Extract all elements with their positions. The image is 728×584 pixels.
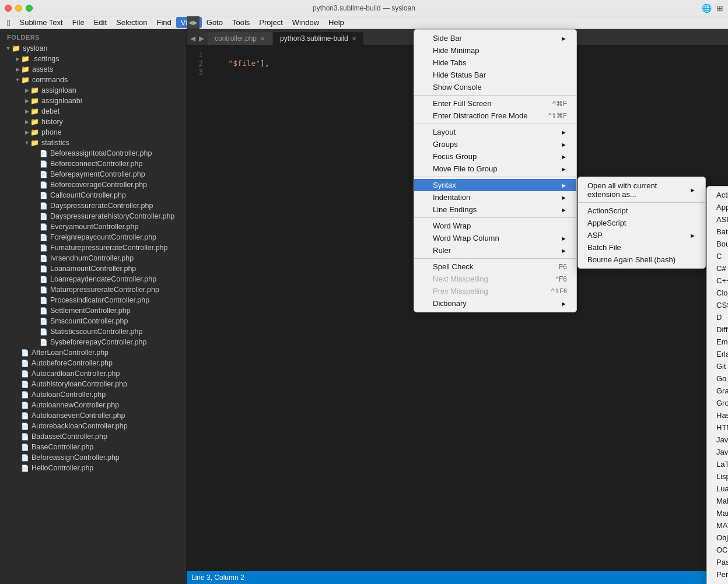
menu-edit[interactable]: Edit — [89, 17, 111, 28]
maximize-button[interactable] — [26, 5, 33, 12]
sidebar-item-history[interactable]: ▶ 📁 history — [0, 117, 186, 127]
lang-d[interactable]: D — [707, 311, 728, 323]
lang-bash[interactable]: Bourne Again Shell (bash) — [707, 238, 728, 250]
sidebar-item-assignloan[interactable]: ▶ 📁 assignloan — [0, 85, 186, 96]
lang-java[interactable]: Java ► — [707, 434, 728, 446]
sidebar-item-hellocontroller[interactable]: 📄HelloController.php — [0, 463, 186, 473]
menu-find[interactable]: Find — [152, 17, 176, 28]
lang-css[interactable]: CSS — [707, 299, 728, 311]
menu-item-ruler[interactable]: Ruler ► — [414, 244, 576, 256]
menu-item-spell-check[interactable]: Spell Check F6 — [414, 261, 576, 273]
lang-makefile[interactable]: Makefile — [707, 495, 728, 507]
menu-item-syntax[interactable]: Syntax ► Open all with current extension… — [414, 179, 576, 191]
menu-sublime-text[interactable]: Sublime Text — [15, 17, 67, 28]
syntax-open-all[interactable]: Open all with current extension as... ► — [578, 180, 705, 200]
menu-item-layout[interactable]: Layout ► — [414, 126, 576, 138]
lang-cpp[interactable]: C++ ► — [707, 275, 728, 287]
menu-item-indentation[interactable]: Indentation ► — [414, 191, 576, 203]
sidebar-item-beforeassigntotalcontroller[interactable]: 📄BeforeassigntotalController.php — [0, 148, 186, 159]
lang-csharp[interactable]: C# ► — [707, 262, 728, 275]
tab-close-icon[interactable]: ✕ — [352, 36, 356, 42]
sidebar-item-beforeconnectcontroller[interactable]: 📄BeforeconnectController.php — [0, 159, 186, 169]
sidebar-item-everyamountcontroller[interactable]: 📄EveryamountController.php — [0, 221, 186, 232]
sidebar-item-beforepaymentcontroller[interactable]: 📄BeforepaymentController.php — [0, 169, 186, 180]
sidebar-item-assignloanbi[interactable]: ▶ 📁 assignloanbi — [0, 96, 186, 106]
sidebar-item-settlementcontroller[interactable]: 📄SettlementController.php — [0, 305, 186, 316]
sidebar-item-autocardloancontroller[interactable]: 📄AutocardloanController.php — [0, 368, 186, 379]
sidebar-item-beforecoveragecontroller[interactable]: 📄BeforecoverageController.php — [0, 180, 186, 190]
tab-controller-php[interactable]: controller.php ✕ — [208, 32, 272, 45]
minimize-button[interactable] — [15, 5, 22, 12]
sidebar-item-debet[interactable]: ▶ 📁 debet — [0, 106, 186, 117]
sidebar-item-basecontroller[interactable]: 📄BaseController.php — [0, 442, 186, 452]
sidebar-item-badassetcontroller[interactable]: 📄BadassetController.php — [0, 431, 186, 442]
sidebar-item-commands[interactable]: ▼ 📁 commands — [0, 75, 186, 85]
sidebar-item-maturepressureratecontroller[interactable]: 📄MaturepressurerateController.php — [0, 284, 186, 295]
lang-lua[interactable]: Lua — [707, 483, 728, 495]
menu-item-full-screen[interactable]: Enter Full Screen ^⌘F — [414, 97, 576, 110]
sidebar-item-sysbeforerepaycontroller[interactable]: 📄SysbeforerepayController.php — [0, 337, 186, 347]
lang-applescript[interactable]: AppleScript — [707, 201, 728, 213]
menu-item-sidebar[interactable]: Side Bar ► — [414, 32, 576, 44]
sidebar-item-smscountcontroller[interactable]: 📄SmscountController.php — [0, 316, 186, 326]
menu-item-line-endings[interactable]: Line Endings ► — [414, 203, 576, 216]
lang-batch-file[interactable]: Batch File — [707, 226, 728, 238]
menu-project[interactable]: Project — [254, 17, 287, 28]
language-list[interactable]: ActionScript AppleScript ASP ► Batch Fil… — [706, 186, 728, 584]
sidebar-item-beforeassigncontroller[interactable]: 📄BeforeassignController.php — [0, 452, 186, 463]
menu-tools[interactable]: Tools — [228, 17, 254, 28]
lang-go[interactable]: Go — [707, 372, 728, 385]
sidebar-item-processindicatorcontroller[interactable]: 📄ProcessindicatorController.php — [0, 295, 186, 305]
sidebar-item-afterloancontroller[interactable]: 📄AfterLoanController.php — [0, 347, 186, 358]
syntax-batch[interactable]: Batch File — [578, 241, 705, 254]
menu-item-focus-group[interactable]: Focus Group ► — [414, 150, 576, 163]
menu-item-dictionary[interactable]: Dictionary ► — [414, 297, 576, 309]
lang-ocaml[interactable]: OCaml ► — [707, 544, 728, 556]
lang-pascal[interactable]: Pascal — [707, 556, 728, 568]
lang-javascript[interactable]: JavaScript ► — [707, 446, 728, 458]
lang-emmet[interactable]: Emmet — [707, 336, 728, 348]
menu-item-distraction-free[interactable]: Enter Distraction Free Mode ^⇧⌘F — [414, 110, 576, 122]
lang-diff[interactable]: Diff — [707, 323, 728, 336]
sidebar-item-autohistoryloancontroller[interactable]: 📄AutohistoryloanController.php — [0, 379, 186, 389]
menu-file[interactable]: File — [68, 17, 89, 28]
sidebar-item-assets[interactable]: ▶ 📁 assets — [0, 64, 186, 75]
apple-menu[interactable]:  — [2, 16, 15, 29]
sidebar-item-settings[interactable]: ▶ 📁 .settings — [0, 54, 186, 64]
sidebar-item-loanrepaydendatecontroller[interactable]: 📄LoanrepaydendateController.php — [0, 274, 186, 284]
close-button[interactable] — [5, 5, 12, 12]
menu-item-hide-minimap[interactable]: Hide Minimap — [414, 44, 576, 57]
menu-item-groups[interactable]: Groups ► — [414, 138, 576, 150]
lang-matlab[interactable]: MATLAB — [707, 519, 728, 532]
syntax-submenu[interactable]: Open all with current extension as... ► … — [578, 177, 706, 269]
sidebar-item-autoloannewcontroller[interactable]: 📄AutoloannewController.php — [0, 400, 186, 410]
nav-right-arrow[interactable]: ▶ — [198, 34, 205, 43]
lang-perl[interactable]: Perl — [707, 568, 728, 581]
lang-haskell[interactable]: Haskell ► — [707, 409, 728, 421]
sidebar-item-autoloansevencontroller[interactable]: 📄AutoloansevenController.php — [0, 410, 186, 421]
sidebar-item-dayspressureratecontroller[interactable]: 📄DayspressurerateController.php — [0, 200, 186, 211]
lang-erlang[interactable]: Erlang ► — [707, 348, 728, 360]
menu-window[interactable]: Window — [288, 17, 324, 28]
sidebar-item-dayspressureratehistorycontroller[interactable]: 📄DayspressureratehistoryController.php — [0, 211, 186, 221]
sidebar-item-autoloancontroller[interactable]: 📄AutoloanController.php — [0, 389, 186, 400]
lang-git-formats[interactable]: Git Formats ► — [707, 360, 728, 372]
menu-item-hide-tabs[interactable]: Hide Tabs — [414, 57, 576, 69]
sidebar-item-autobeforecontroller[interactable]: 📄AutobeforeController.php — [0, 358, 186, 368]
sidebar-item-statistics[interactable]: ▼ 📁 statistics — [0, 138, 186, 148]
syntax-bash[interactable]: Bourne Again Shell (bash) — [578, 254, 705, 266]
menu-item-word-wrap-column[interactable]: Word Wrap Column ► — [414, 232, 576, 244]
syntax-applescript[interactable]: AppleScript — [578, 217, 705, 229]
menu-item-show-console[interactable]: Show Console — [414, 81, 576, 93]
sidebar-item-phone[interactable]: ▶ 📁 phone — [0, 127, 186, 138]
line-code[interactable]: "$file"], — [210, 59, 270, 68]
menu-help[interactable]: Help — [324, 17, 349, 28]
tab-close-icon[interactable]: ✕ — [260, 36, 265, 42]
nav-left-arrow[interactable]: ◀ — [189, 34, 197, 43]
menu-item-hide-status-bar[interactable]: Hide Status Bar — [414, 69, 576, 81]
sidebar-item-sysloan[interactable]: ▼ 📁 sysloan — [0, 43, 186, 54]
lang-graphviz[interactable]: Graphviz (DOT) — [707, 385, 728, 397]
menu-goto[interactable]: Goto — [202, 17, 228, 28]
lang-lisp[interactable]: Lisp — [707, 470, 728, 483]
syntax-actionscript[interactable]: ActionScript — [578, 205, 705, 217]
